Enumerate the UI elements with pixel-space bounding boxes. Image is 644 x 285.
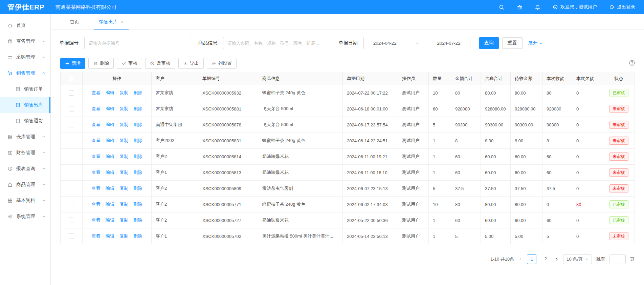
sidebar-item-retail[interactable]: 零售管理 [0,33,50,49]
logout-button[interactable]: 退出登录 [609,4,635,10]
cell-date: 2024-06-11 00:19:21 [343,149,398,165]
action-edit-link[interactable]: 编辑 [106,90,114,95]
row-checkbox[interactable] [69,218,74,223]
action-delete-link[interactable]: 删除 [134,138,142,143]
delete-button[interactable]: 删除 [88,58,114,69]
page-button-2[interactable]: 2 [541,255,550,264]
sidebar-item-warehouse[interactable]: 仓库管理 [0,129,50,145]
cell-customer: 罗莱家纺 [152,85,198,101]
search-icon[interactable] [499,4,505,10]
next-page-icon[interactable] [555,257,559,261]
action-delete-link[interactable]: 删除 [134,122,142,127]
close-icon[interactable]: × [121,19,124,24]
pagination-total: 1-10 共18条 [490,256,514,262]
sidebar-item-report[interactable]: 报表查询 [0,161,50,177]
product-info-input[interactable] [223,37,331,49]
bank-icon[interactable] [517,4,523,10]
action-edit-link[interactable]: 编辑 [106,233,114,239]
unaudit-button[interactable]: 反审核 [145,58,175,69]
action-view-link[interactable]: 查看 [91,218,100,223]
action-copy-link[interactable]: 复制 [119,106,128,111]
status-badge: 已审核 [609,89,628,97]
date-range-input[interactable]: 2024-04-22 ~ 2024-07-22 [363,37,470,49]
action-copy-link[interactable]: 复制 [119,138,128,143]
action-copy-link[interactable]: 复制 [119,154,128,159]
action-delete-link[interactable]: 删除 [134,90,142,95]
row-checkbox[interactable] [69,106,74,111]
sidebar-item-purchase[interactable]: 采购管理 [0,49,50,65]
row-checkbox[interactable] [69,170,74,175]
action-view-link[interactable]: 查看 [91,106,100,111]
bell-icon[interactable] [535,4,540,10]
tab-sales-outbound[interactable]: 销售出库 × [99,14,124,29]
row-checkbox[interactable] [69,186,74,191]
row-checkbox[interactable] [69,233,74,239]
action-edit-link[interactable]: 编辑 [106,218,114,223]
prev-page-icon[interactable] [518,257,523,261]
reset-button[interactable]: 重置 [502,37,523,49]
action-delete-link[interactable]: 删除 [134,186,142,191]
sidebar-item-sales-order[interactable]: 销售订单 [0,81,50,97]
action-delete-link[interactable]: 删除 [134,154,142,159]
page-button-1[interactable]: 1 [527,255,536,264]
action-copy-link[interactable]: 复制 [119,233,128,239]
action-delete-link[interactable]: 删除 [134,233,142,239]
sidebar-item-finance[interactable]: 财务管理 [0,145,50,161]
doc-no-input[interactable] [84,37,191,49]
row-checkbox[interactable] [69,138,74,143]
action-view-link[interactable]: 查看 [91,202,100,207]
action-copy-link[interactable]: 复制 [119,186,128,191]
action-edit-link[interactable]: 编辑 [106,186,114,191]
search-button[interactable]: 查询 [479,37,499,49]
cell-received: 90300 [542,117,572,133]
page-size-select[interactable]: 10 条/页 [563,255,592,264]
action-copy-link[interactable]: 复制 [119,90,128,95]
sidebar-item-sales-outbound[interactable]: 销售出库 [0,97,50,113]
action-edit-link[interactable]: 编辑 [106,106,114,111]
action-copy-link[interactable]: 复制 [119,218,128,223]
action-view-link[interactable]: 查看 [91,90,100,95]
sidebar-item-home[interactable]: 首页 [0,17,50,33]
column-settings-button[interactable]: 列设置 [207,58,237,69]
select-all-checkbox[interactable] [69,76,74,81]
action-copy-link[interactable]: 复制 [119,202,128,207]
help-icon[interactable] [629,60,635,66]
action-copy-link[interactable]: 复制 [119,170,128,175]
action-delete-link[interactable]: 删除 [134,202,142,207]
action-delete-link[interactable]: 删除 [134,170,142,175]
action-copy-link[interactable]: 复制 [119,122,128,127]
action-view-link[interactable]: 查看 [91,138,100,143]
jump-page-input[interactable] [609,255,626,264]
column-header: 含税合计 [481,72,511,85]
action-view-link[interactable]: 查看 [91,170,100,175]
export-button[interactable]: 导出 [178,58,204,69]
audit-button[interactable]: 审核 [117,58,142,69]
action-delete-link[interactable]: 删除 [134,106,142,111]
action-view-link[interactable]: 查看 [91,154,100,159]
sidebar-item-system[interactable]: 系统管理 [0,208,50,224]
action-delete-link[interactable]: 删除 [134,218,142,223]
sidebar-item-goods[interactable]: 商品管理 [0,177,50,192]
sidebar-item-sales-return[interactable]: 销售退货 [0,113,50,129]
date-to[interactable]: 2024-07-22 [437,41,461,46]
welcome-user[interactable]: 欢迎您，测试用户 [553,4,597,10]
sidebar-item-sales[interactable]: 销售管理 [0,65,50,81]
tab-home[interactable]: 首页 [70,14,79,29]
row-checkbox[interactable] [69,90,74,96]
action-edit-link[interactable]: 编辑 [106,202,114,207]
row-checkbox[interactable] [69,122,74,127]
row-checkbox[interactable] [69,154,74,159]
add-button[interactable]: 新增 [60,58,85,69]
action-edit-link[interactable]: 编辑 [106,138,114,143]
action-view-link[interactable]: 查看 [91,233,100,239]
action-view-link[interactable]: 查看 [91,122,100,127]
date-from[interactable]: 2024-04-22 [373,41,397,46]
action-edit-link[interactable]: 编辑 [106,122,114,127]
app-logo[interactable]: 管伊佳ERP [0,2,51,12]
expand-link[interactable]: 展开 [528,40,543,46]
action-view-link[interactable]: 查看 [91,186,100,191]
row-checkbox[interactable] [69,202,74,207]
action-edit-link[interactable]: 编辑 [106,154,114,159]
sidebar-item-basic[interactable]: 基本资料 [0,192,50,208]
action-edit-link[interactable]: 编辑 [106,170,114,175]
